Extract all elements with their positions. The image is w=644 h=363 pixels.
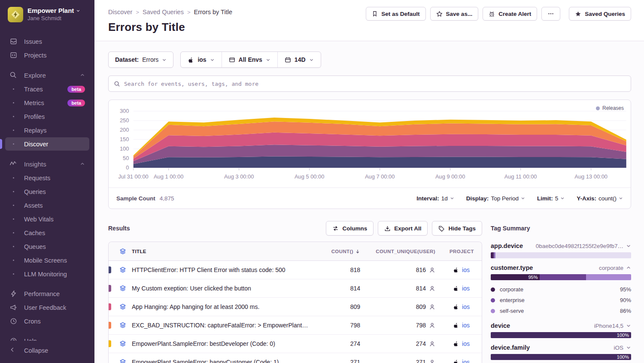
svg-text:Aug 13 00:00: Aug 13 00:00 xyxy=(574,174,608,180)
tag-legend-row[interactable]: enterprise90% xyxy=(491,295,631,306)
project-link[interactable]: ios xyxy=(462,266,470,273)
sidebar-item-mobile-screens[interactable]: Mobile Screens xyxy=(5,254,89,267)
stack-icon[interactable] xyxy=(114,285,132,292)
dataset-selector[interactable]: Dataset: Errors xyxy=(108,51,173,68)
row-title[interactable]: EmpowerPlant.SampleError: happyCustomer … xyxy=(132,359,313,363)
interval-selector[interactable]: Interval:1d xyxy=(416,195,454,202)
row-title[interactable]: HTTPClientError: HTTP Client Error with … xyxy=(132,266,313,273)
search-input[interactable] xyxy=(124,81,626,87)
tag-icon xyxy=(438,225,445,232)
saved-queries-button[interactable]: Saved Queries xyxy=(569,7,631,21)
tag-value-toggle[interactable]: iOS xyxy=(614,345,631,351)
tag-legend-row[interactable]: corporate95% xyxy=(491,284,631,295)
stack-icon[interactable] xyxy=(114,322,132,329)
sidebar-item-queries[interactable]: Queries xyxy=(5,185,89,198)
sidebar-item-help[interactable]: ?Help xyxy=(5,334,89,341)
sidebar-item-replays[interactable]: Replays xyxy=(5,124,89,137)
chevron-down-icon xyxy=(619,196,623,200)
table-row[interactable]: App Hanging: App hanging for at least 20… xyxy=(109,298,482,316)
project-link[interactable]: ios xyxy=(462,340,470,347)
breadcrumb-saved-queries[interactable]: Saved Queries xyxy=(143,9,184,15)
row-count-unique: 814 xyxy=(360,285,435,292)
sidebar-item-requests[interactable]: Requests xyxy=(5,171,89,185)
environment-filter[interactable]: All Envs xyxy=(222,52,277,67)
project-link[interactable]: ios xyxy=(462,359,470,363)
project-link[interactable]: ios xyxy=(462,285,470,292)
y-axis-selector[interactable]: Y-Axis:count() xyxy=(577,195,623,202)
table-row[interactable]: My Custom exeption: User clicked the but… xyxy=(109,279,482,298)
stack-icon[interactable] xyxy=(114,303,132,310)
tag-distribution-bar[interactable]: 100% xyxy=(491,332,631,338)
sidebar-item-projects[interactable]: Projects xyxy=(5,48,89,62)
tag-value-toggle[interactable]: iPhone14,5 xyxy=(594,323,631,329)
tag-value-toggle[interactable]: corporate xyxy=(599,265,631,271)
help-icon: ? xyxy=(9,337,17,341)
create-alert-button[interactable]: Create Alert xyxy=(483,7,537,21)
row-title[interactable]: EmpowerPlant.SampleError: bestDeveloper … xyxy=(132,340,313,347)
column-header-count-unique[interactable]: COUNT_UNIQUE(USER) xyxy=(360,249,435,254)
nav-section-explore[interactable]: Explore xyxy=(5,68,89,82)
collapse-button[interactable]: Collapse xyxy=(0,341,94,363)
series-color-chip xyxy=(109,340,114,347)
nav-group: IssuesProjects xyxy=(0,35,94,62)
column-header-count[interactable]: COUNT() xyxy=(313,249,360,254)
sidebar-item-issues[interactable]: Issues xyxy=(5,35,89,48)
series-color-chip xyxy=(109,303,114,310)
sidebar-item-caches[interactable]: Caches xyxy=(5,226,89,239)
date-range-filter[interactable]: 14D xyxy=(277,52,321,67)
stack-icon[interactable] xyxy=(114,340,132,347)
sidebar-item-crons[interactable]: Crons xyxy=(5,315,89,328)
sidebar-item-metrics[interactable]: Metricsbeta xyxy=(5,96,89,109)
sidebar-item-assets[interactable]: Assets xyxy=(5,199,89,212)
stacked-area-chart[interactable]: 050100150200250300Jul 31 00:00Aug 1 00:0… xyxy=(109,103,631,188)
set-as-default-button[interactable]: Set as Default xyxy=(366,7,425,21)
breadcrumb-discover[interactable]: Discover xyxy=(108,9,132,15)
column-header-project[interactable]: PROJECT xyxy=(435,249,482,254)
sidebar-item-queues[interactable]: Queues xyxy=(5,240,89,253)
sidebar-item-profiles[interactable]: Profiles xyxy=(5,110,89,123)
tag-value-toggle[interactable]: 0baebc0de4982f1255f2e9e9fb7… xyxy=(536,243,631,249)
tag-distribution-bar[interactable]: 100% xyxy=(491,354,631,360)
display-selector[interactable]: Display:Top Period xyxy=(466,195,525,202)
limit-selector[interactable]: Limit:5 xyxy=(537,195,565,202)
column-header-title[interactable]: TITLE xyxy=(132,249,313,254)
user-icon xyxy=(429,322,435,329)
tag-distribution-bar[interactable]: 95% xyxy=(491,274,631,280)
sidebar-item-llm-monitoring[interactable]: LLM Monitoring xyxy=(5,267,89,281)
table-row[interactable]: EXC_BAD_INSTRUCTION: captureFatalError: … xyxy=(109,316,482,335)
sidebar-item-traces[interactable]: Tracesbeta xyxy=(5,82,89,96)
export-all-button[interactable]: Export All xyxy=(378,221,428,236)
project-filter[interactable]: ios xyxy=(181,52,221,67)
stack-icon[interactable] xyxy=(114,359,132,363)
org-logo xyxy=(8,7,23,22)
sidebar-item-performance[interactable]: Performance xyxy=(5,287,89,300)
tag-legend-row[interactable]: self-serve86% xyxy=(491,306,631,316)
sidebar-item-label: Replays xyxy=(24,127,46,134)
row-title[interactable]: App Hanging: App hanging for at least 20… xyxy=(132,303,313,310)
breadcrumb-separator: > xyxy=(136,9,139,15)
project-link[interactable]: ios xyxy=(462,322,470,329)
row-title[interactable]: My Custom exeption: User clicked the but… xyxy=(132,285,313,292)
sidebar-item-web-vitals[interactable]: Web Vitals xyxy=(5,212,89,226)
empower-plant-logo-icon xyxy=(11,10,20,19)
sidebar-item-discover[interactable]: Discover xyxy=(5,137,89,151)
table-row[interactable]: HTTPClientError: HTTP Client Error with … xyxy=(109,261,482,279)
table-row[interactable]: EmpowerPlant.SampleError: bestDeveloper … xyxy=(109,335,482,353)
columns-button[interactable]: Columns xyxy=(326,221,374,236)
stack-icon[interactable] xyxy=(114,266,132,273)
tag-distribution-bar[interactable] xyxy=(491,252,631,258)
chevron-down-icon xyxy=(266,57,270,62)
hide-tags-button[interactable]: Hide Tags xyxy=(432,221,482,236)
bullet-icon xyxy=(9,127,17,134)
nav-group: InsightsRequestsQueriesAssetsWeb VitalsC… xyxy=(0,157,94,281)
project-link[interactable]: ios xyxy=(462,303,470,310)
org-switcher[interactable]: Empower Plant Jane Schmidt xyxy=(0,0,94,27)
more-options-button[interactable] xyxy=(541,7,560,21)
chart-legend[interactable]: Releases xyxy=(596,105,624,111)
bullet-icon xyxy=(9,188,17,196)
save-as-button[interactable]: Save as... xyxy=(430,7,479,21)
table-row[interactable]: EmpowerPlant.SampleError: happyCustomer … xyxy=(109,353,482,363)
nav-section-insights[interactable]: Insights xyxy=(5,157,89,171)
row-title[interactable]: EXC_BAD_INSTRUCTION: captureFatalError: … xyxy=(132,322,313,329)
sidebar-item-user-feedback[interactable]: User Feedback xyxy=(5,301,89,314)
